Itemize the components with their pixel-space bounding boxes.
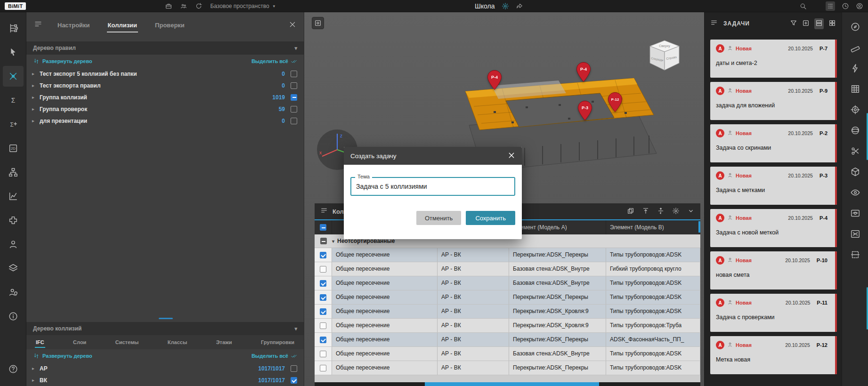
tool-section[interactable] — [846, 247, 865, 263]
grid-view-button[interactable] — [828, 19, 836, 28]
tree-filter-tab[interactable]: Группировки — [260, 336, 295, 349]
collision-row[interactable]: Общее пересечение АР - ВК Перекрытие:ADS… — [315, 319, 700, 333]
task-pin[interactable]: P-3 — [577, 100, 593, 121]
group-checkbox[interactable] — [320, 238, 327, 244]
tree-filter-tab[interactable]: Слои — [72, 336, 87, 349]
collision-row[interactable]: Общее пересечение АР - ВК Базовая стена:… — [315, 262, 700, 276]
panels-view-button[interactable] — [826, 1, 835, 11]
search-button[interactable] — [799, 2, 807, 10]
cards-view-button[interactable] — [814, 18, 824, 29]
tool-sum[interactable]: Σ — [3, 90, 24, 111]
align-top-button[interactable] — [642, 207, 649, 216]
tree-item[interactable]: ▸ АР 1017/1017 — [26, 362, 304, 374]
tree-item[interactable]: ▸ для презентации 0 — [26, 115, 304, 127]
tree-item-checkbox[interactable] — [291, 106, 297, 113]
tree-item[interactable]: ▸ Группа коллизий 1019 — [26, 91, 304, 103]
tool-box[interactable] — [846, 164, 865, 180]
tool-layers[interactable] — [3, 258, 24, 279]
tree-item-checkbox[interactable] — [291, 377, 297, 384]
collision-row[interactable]: Общее пересечение АР - ВК Базовая стена:… — [315, 347, 700, 361]
column-element-a[interactable]: Элемент (Модель А) — [509, 220, 606, 234]
task-card[interactable]: A Новая 20.10.2025 P-3 Задача с метками — [710, 167, 837, 205]
tool-eye[interactable] — [846, 185, 865, 201]
filter-tasks-button[interactable] — [790, 19, 797, 28]
row-checkbox[interactable] — [320, 294, 326, 301]
select-all-link[interactable]: Выделить всё — [251, 353, 288, 359]
tool-info[interactable] — [3, 306, 24, 327]
tool-plan-2d[interactable]: 2D — [3, 138, 24, 159]
tree-filter-tab[interactable]: Классы — [167, 336, 188, 349]
collision-row[interactable]: Общее пересечение АР - ВК Перекрытие:ADS… — [315, 361, 700, 375]
collision-row[interactable]: Общее пересечение АР - ВК Базовая стена:… — [315, 276, 700, 290]
close-dialog-button[interactable] — [508, 152, 515, 161]
expand-arrow-icon[interactable]: ▸ — [32, 106, 40, 112]
tool-user[interactable] — [3, 234, 24, 255]
task-pin[interactable]: P-4 — [576, 62, 592, 82]
expand-arrow-icon[interactable]: ▸ — [32, 366, 40, 371]
team-button[interactable] — [180, 2, 187, 10]
cancel-button[interactable]: Отменить — [416, 211, 461, 225]
row-checkbox[interactable] — [320, 308, 326, 315]
view-cube[interactable]: Сверху Спереди Справа — [644, 37, 685, 74]
row-checkbox[interactable] — [320, 322, 326, 329]
tree-item-checkbox[interactable] — [291, 365, 297, 372]
duplicate-button[interactable] — [627, 207, 634, 216]
focus-selection-button[interactable] — [312, 17, 324, 29]
close-panel-button[interactable] — [289, 21, 296, 30]
select-all-checkbox[interactable] — [320, 224, 326, 231]
collision-row[interactable]: Общее пересечение АР - ВК Перекрытие:ADS… — [315, 305, 700, 319]
share-button[interactable] — [516, 2, 523, 10]
tree-item-checkbox[interactable] — [291, 82, 297, 89]
task-pin[interactable]: P-4 — [487, 70, 503, 90]
tool-sphere[interactable] — [846, 122, 865, 138]
task-pin[interactable]: P-12 — [607, 92, 623, 113]
rules-tree-header[interactable]: Дерево правил ▾ — [26, 41, 304, 55]
tree-item[interactable]: ▸ ВК 1017/1017 — [26, 374, 304, 386]
tool-eye-box[interactable] — [846, 205, 865, 221]
tool-puzzle[interactable] — [3, 210, 24, 231]
sync-button[interactable] — [195, 2, 203, 10]
row-checkbox[interactable] — [320, 337, 326, 343]
collision-tree-header[interactable]: Дерево коллизий ▾ — [26, 322, 304, 335]
tree-item[interactable]: ▸ Тест экспорт 5 коллизий без папки 0 — [26, 68, 304, 80]
row-checkbox[interactable] — [320, 266, 326, 273]
tree-item[interactable]: ▸ Группа проверок 59 — [26, 103, 304, 115]
collision-row[interactable]: Общее пересечение АР - ВК Перекрытие:ADS… — [315, 333, 700, 347]
expand-arrow-icon[interactable]: ▸ — [32, 83, 40, 88]
tool-ruler[interactable] — [846, 40, 865, 56]
collision-row[interactable]: Общее пересечение АР - ВК Перекрытие:ADS… — [315, 248, 700, 262]
tool-collisions[interactable] — [3, 66, 24, 87]
tool-structure[interactable] — [3, 18, 24, 39]
tool-grid[interactable] — [846, 81, 865, 97]
history-button[interactable] — [842, 2, 849, 10]
tool-user-pin[interactable] — [3, 282, 24, 303]
menu-icon[interactable] — [34, 20, 42, 30]
workspace-selector[interactable]: Базовое пространство ▾ — [210, 3, 275, 9]
save-button[interactable]: Сохранить — [466, 211, 515, 225]
select-all-link[interactable]: Выделить всё — [251, 58, 288, 64]
tool-graph[interactable] — [3, 186, 24, 207]
task-card[interactable]: A Новая 20.10.2025 P-11 Задача с проверк… — [710, 294, 837, 332]
task-card[interactable]: A Новая 20.10.2025 P-4 Задача с новой ме… — [710, 209, 837, 247]
tool-help[interactable] — [3, 359, 24, 379]
tool-target[interactable] — [846, 102, 865, 118]
task-card[interactable]: A Новая 20.10.2025 P-2 Задача со скринам… — [710, 124, 837, 162]
row-checkbox[interactable] — [320, 351, 326, 357]
task-card[interactable]: A Новая 20.10.2025 P-10 новая смета — [710, 251, 837, 290]
tree-item-checkbox[interactable] — [291, 94, 297, 101]
tree-filter-tab[interactable]: Системы — [114, 336, 140, 349]
row-checkbox[interactable] — [320, 252, 326, 258]
expand-arrow-icon[interactable]: ▸ — [32, 378, 40, 383]
expand-arrow-icon[interactable]: ▸ — [32, 71, 40, 76]
align-center-button[interactable] — [657, 207, 665, 216]
tree-filter-tab[interactable]: IFC — [35, 336, 45, 349]
expand-arrow-icon[interactable]: ▸ — [32, 118, 40, 123]
tool-scissors[interactable] — [846, 143, 865, 159]
expand-tree-link[interactable]: Развернуть дерево — [42, 58, 92, 64]
account-button[interactable] — [856, 2, 863, 10]
panel-tab[interactable]: Проверки — [154, 18, 186, 32]
collision-row[interactable]: Общее пересечение АР - ВК Перекрытие:ADS… — [315, 290, 700, 305]
task-card[interactable]: A Новая 20.10.2025 P-7 даты и смета-2 — [710, 40, 837, 78]
row-checkbox[interactable] — [320, 365, 326, 371]
topic-input[interactable] — [350, 177, 515, 196]
